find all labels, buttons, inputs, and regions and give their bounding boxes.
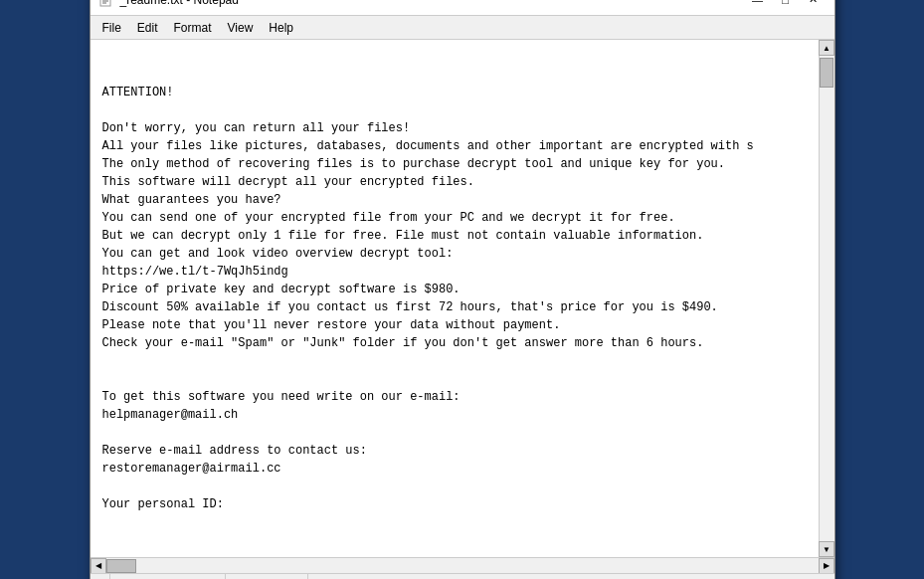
h-scroll-thumb[interactable] [106, 559, 136, 573]
line-col-status: Ln 1, Col 1 [226, 574, 308, 579]
text-body: ATTENTION! Don't worry, you can return a… [102, 84, 823, 513]
scroll-right-arrow[interactable]: ▶ [819, 558, 834, 574]
vertical-scrollbar[interactable]: ▲ ▼ [819, 40, 834, 557]
text-editor[interactable]: ATTENTION! Don't worry, you can return a… [91, 40, 834, 557]
content-area: ATTENTION! Don't worry, you can return a… [91, 40, 834, 557]
scroll-left-arrow[interactable]: ◀ [91, 558, 106, 574]
minimize-button[interactable]: — [745, 0, 771, 10]
status-bar: Windows (CRLF) Ln 1, Col 1 100% [91, 573, 834, 579]
maximize-button[interactable]: □ [773, 0, 799, 10]
title-bar: _readme.txt - Notepad — □ ✕ [91, 0, 834, 16]
status-left-spacer [91, 574, 110, 579]
menu-file[interactable]: File [94, 19, 129, 37]
app-icon [98, 0, 114, 8]
zoom-status: 100% [308, 574, 363, 579]
horizontal-scrollbar[interactable]: ◀ ▶ [91, 557, 834, 573]
scroll-track [106, 559, 819, 573]
scroll-thumb[interactable] [820, 58, 833, 88]
menu-bar: File Edit Format View Help [91, 16, 834, 40]
scroll-up-arrow[interactable]: ▲ [819, 40, 834, 56]
window-title: _readme.txt - Notepad [120, 0, 745, 7]
notepad-window: _readme.txt - Notepad — □ ✕ File Edit Fo… [90, 0, 835, 579]
menu-help[interactable]: Help [261, 19, 301, 37]
menu-edit[interactable]: Edit [129, 19, 166, 37]
scroll-down-arrow[interactable]: ▼ [819, 541, 834, 557]
menu-view[interactable]: View [220, 19, 262, 37]
window-controls: — □ ✕ [745, 0, 827, 10]
close-button[interactable]: ✕ [801, 0, 827, 10]
encoding-status: Windows (CRLF) [110, 574, 226, 579]
menu-format[interactable]: Format [166, 19, 220, 37]
